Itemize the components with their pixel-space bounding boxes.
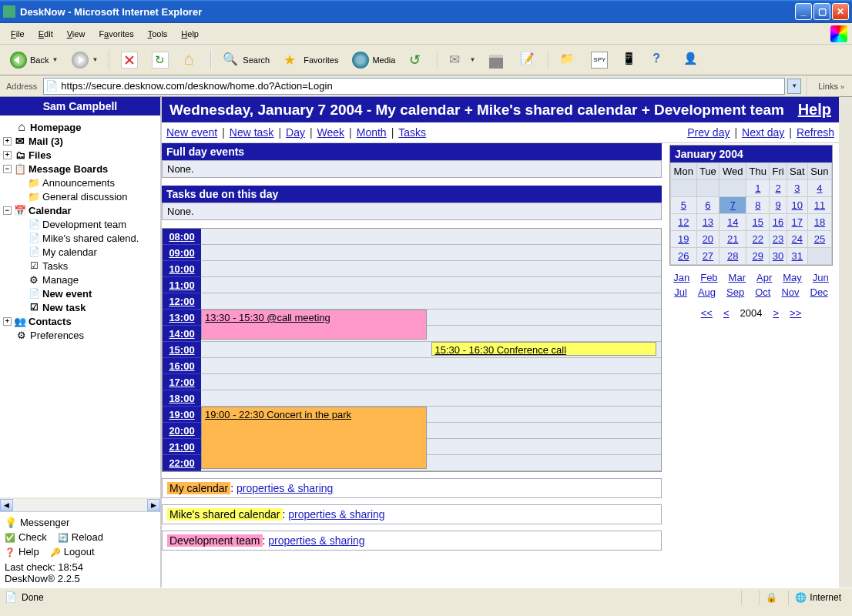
mini-cal-day[interactable]: 29 — [746, 248, 770, 265]
main-vscroll[interactable] — [839, 97, 852, 588]
mini-cal-day-link[interactable]: 28 — [727, 250, 738, 262]
event-conference-call[interactable]: 15:30 - 16:30 Conference call — [431, 342, 657, 356]
mini-cal-day[interactable]: 21 — [720, 231, 746, 248]
help-link[interactable]: Help — [798, 101, 831, 119]
nav-general-discussion[interactable]: General discussion — [3, 189, 157, 203]
mini-cal-day[interactable]: 26 — [671, 248, 697, 265]
edit-button[interactable] — [515, 49, 542, 71]
mini-cal-day[interactable]: 7 — [720, 197, 746, 214]
reload-link[interactable]: Reload — [58, 531, 103, 543]
spy-button[interactable]: SPY — [585, 49, 613, 71]
mini-cal-day-link[interactable]: 24 — [792, 233, 803, 245]
year-next[interactable]: > — [773, 307, 779, 319]
month-link-jul[interactable]: Jul — [674, 286, 687, 298]
mini-cal-day-link[interactable]: 17 — [792, 216, 803, 228]
nav-message-boards[interactable]: −Message Boards — [3, 162, 157, 176]
nav-mike-calendar[interactable]: Mike's shared calend. — [3, 231, 157, 245]
menu-help[interactable]: Help — [175, 27, 205, 41]
mini-cal-day-link[interactable]: 15 — [753, 216, 763, 228]
mini-cal-day-link[interactable]: 23 — [773, 233, 783, 245]
phone-button[interactable] — [616, 49, 644, 71]
mini-cal-day[interactable]: 28 — [720, 248, 746, 265]
mini-cal-day[interactable]: 2 — [770, 180, 787, 197]
mini-cal-day[interactable]: 14 — [720, 214, 746, 231]
mini-cal-day-link[interactable]: 22 — [753, 233, 763, 245]
mini-cal-day[interactable]: 25 — [807, 231, 831, 248]
search-button[interactable]: Search — [217, 49, 275, 71]
time-label[interactable]: 17:00 — [163, 374, 201, 390]
collapse-icon[interactable]: − — [3, 206, 12, 215]
action-day[interactable]: Day — [286, 126, 305, 139]
action-week[interactable]: Week — [317, 126, 345, 139]
collapse-icon[interactable]: − — [3, 165, 12, 173]
action-month[interactable]: Month — [357, 126, 387, 139]
expand-icon[interactable]: + — [3, 137, 12, 146]
expand-icon[interactable]: + — [3, 151, 12, 159]
event-call-meeting[interactable]: 13:30 - 15:30 @call meeting — [201, 310, 427, 340]
mini-cal-day[interactable]: 16 — [770, 214, 787, 231]
mini-cal-day-link[interactable]: 10 — [792, 199, 803, 211]
mini-cal-day-link[interactable]: 13 — [703, 216, 713, 228]
action-refresh[interactable]: Refresh — [797, 126, 834, 139]
mini-cal-day-link[interactable]: 19 — [678, 233, 689, 245]
mini-cal-day-link[interactable]: 16 — [773, 216, 783, 228]
action-tasks[interactable]: Tasks — [398, 126, 426, 139]
mini-cal-day[interactable]: 8 — [746, 197, 770, 214]
mini-cal-day-link[interactable]: 25 — [814, 233, 825, 245]
time-label[interactable]: 11:00 — [163, 277, 201, 293]
nav-contacts[interactable]: +Contacts — [3, 314, 157, 328]
action-new-task[interactable]: New task — [230, 126, 274, 139]
mini-cal-day-link[interactable]: 29 — [753, 250, 763, 262]
nav-mail[interactable]: +Mail (3) — [3, 134, 157, 148]
menu-edit[interactable]: Edit — [32, 27, 59, 41]
mini-cal-day-link[interactable]: 26 — [678, 250, 689, 262]
mini-cal-day[interactable]: 3 — [787, 180, 807, 197]
time-label[interactable]: 22:00 — [163, 455, 201, 471]
mini-cal-day-link[interactable]: 3 — [794, 182, 800, 194]
messenger-button[interactable] — [678, 49, 706, 71]
mini-cal-day[interactable]: 27 — [696, 248, 720, 265]
time-label[interactable]: 20:00 — [163, 423, 201, 439]
forward-button[interactable]: ▼ — [66, 49, 103, 71]
expand-icon[interactable]: + — [3, 317, 12, 326]
folder-button[interactable] — [555, 49, 582, 71]
mini-cal-day[interactable]: 17 — [787, 214, 807, 231]
mini-cal-day-link[interactable]: 2 — [775, 182, 780, 194]
menu-view[interactable]: View — [61, 27, 92, 41]
address-input[interactable]: https://secure.desknow.com/desknow/home.… — [43, 78, 785, 95]
time-label[interactable]: 09:00 — [163, 245, 201, 261]
time-label[interactable]: 14:00 — [163, 326, 201, 342]
year-nnext[interactable]: >> — [790, 307, 801, 319]
mini-cal-day[interactable]: 30 — [770, 248, 787, 265]
mini-cal-day-link[interactable]: 21 — [727, 233, 738, 245]
check-link[interactable]: Check — [5, 531, 47, 543]
legend-mike-props[interactable]: properties & sharing — [288, 508, 384, 521]
time-label[interactable]: 15:00 — [163, 342, 201, 358]
menu-tools[interactable]: Tools — [142, 27, 174, 41]
scroll-right-button[interactable]: ▶ — [147, 499, 160, 511]
home-button[interactable] — [177, 49, 205, 71]
mini-cal-day-link[interactable]: 1 — [755, 182, 760, 194]
event-concert[interactable]: 19:00 - 22:30 Concert in the park — [201, 407, 427, 469]
help-link[interactable]: Help — [5, 546, 39, 557]
mini-cal-day-link[interactable]: 20 — [703, 233, 713, 245]
month-link-aug[interactable]: Aug — [698, 286, 716, 298]
mini-cal-day-link[interactable]: 9 — [775, 199, 780, 211]
mini-cal-day[interactable]: 18 — [807, 214, 831, 231]
scroll-left-button[interactable]: ◀ — [0, 499, 13, 511]
month-link-jun[interactable]: Jun — [813, 272, 829, 283]
legend-mycal-props[interactable]: properties & sharing — [236, 482, 333, 494]
mail-button[interactable]: ▼ — [444, 49, 481, 71]
help-tool-button[interactable] — [647, 49, 675, 71]
month-link-may[interactable]: May — [783, 272, 802, 283]
mini-cal-day-link[interactable]: 18 — [814, 216, 825, 228]
mini-cal-day[interactable]: 24 — [787, 231, 807, 248]
mini-cal-day[interactable]: 22 — [746, 231, 770, 248]
year-prev[interactable]: < — [723, 307, 730, 319]
sidebar-hscroll[interactable]: ◀ ▶ — [0, 497, 160, 511]
mini-cal-day[interactable]: 19 — [671, 231, 697, 248]
favorites-button[interactable]: Favorites — [278, 49, 344, 71]
mini-cal-day[interactable]: 6 — [696, 197, 720, 214]
time-label[interactable]: 08:00 — [163, 229, 201, 245]
mini-cal-day-link[interactable]: 27 — [703, 250, 713, 262]
